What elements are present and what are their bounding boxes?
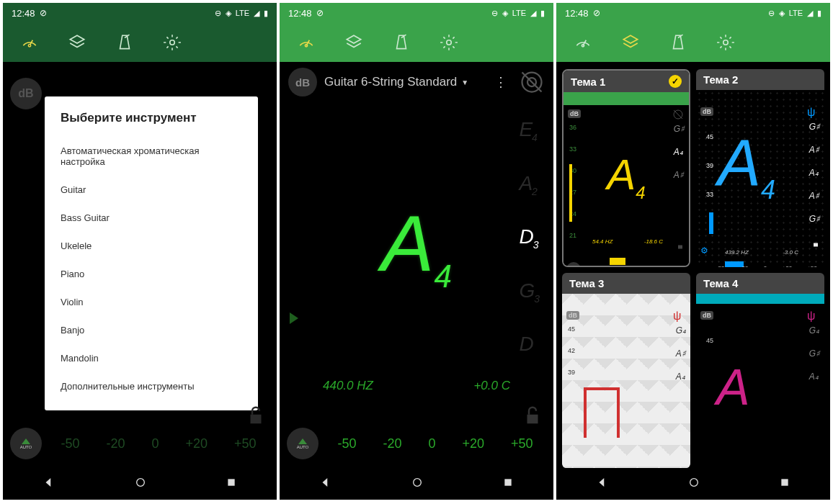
lte-label: LTE xyxy=(236,9,249,17)
scale-tick: +20 xyxy=(185,436,208,451)
recent-button[interactable] xyxy=(779,477,790,491)
minus-icon: ⊖ xyxy=(491,9,498,18)
minus-icon: ⊖ xyxy=(768,9,775,18)
wifi-icon: ◈ xyxy=(226,9,231,18)
status-bar: 12:48 ⊘ ⊖ ◈ LTE ◢ ▮ xyxy=(3,3,277,23)
tab-bar xyxy=(3,23,277,62)
svg-rect-9 xyxy=(504,479,511,485)
svg-point-5 xyxy=(447,40,452,45)
auto-manual-toggle[interactable]: AUTO xyxy=(10,428,42,459)
theme-card-1[interactable]: Тема 1 ✓ dB 36 33 30 27 24 21 A4 G♯ xyxy=(562,69,690,267)
theme-card-4[interactable]: Тема 4 dB ψ 45 A G₄ G♯ A₄ xyxy=(696,273,824,468)
target-icon[interactable] xyxy=(519,69,545,95)
settings-tab-icon[interactable] xyxy=(716,33,735,52)
tuning-select[interactable]: Guitar 6-String Standard xyxy=(324,75,457,89)
strip-note: D xyxy=(519,333,539,358)
status-indicators: ⊖ ◈ LTE ◢ ▮ xyxy=(768,9,821,18)
scale-tick: -50 xyxy=(61,436,79,451)
clock-time: 12:48 xyxy=(565,8,589,19)
layers-tab-icon[interactable] xyxy=(621,33,640,52)
instrument-item-guitar[interactable]: Guitar xyxy=(61,176,242,204)
instrument-item-auto[interactable]: Автоматическая хроматическая настройка xyxy=(61,137,242,176)
mini-note: A xyxy=(716,359,750,416)
home-button[interactable] xyxy=(688,477,700,491)
settings-tab-icon[interactable] xyxy=(163,33,182,52)
instrument-item-violin[interactable]: Violin xyxy=(61,288,242,316)
instrument-item-banjo[interactable]: Banjo xyxy=(61,316,242,344)
instrument-item-mandolin[interactable]: Mandolin xyxy=(61,344,242,372)
svg-point-1 xyxy=(170,40,175,45)
mini-target-icon xyxy=(672,108,685,121)
instrument-item-bass[interactable]: Bass Guitar xyxy=(61,204,242,232)
mini-db-badge: dB xyxy=(700,107,713,116)
mini-db-badge: dB xyxy=(700,311,713,320)
home-button[interactable] xyxy=(135,477,146,491)
battery-icon: ▮ xyxy=(264,9,268,18)
metronome-tab-icon[interactable] xyxy=(669,33,687,52)
tab-bar xyxy=(556,23,830,62)
layers-tab-icon[interactable] xyxy=(68,33,86,52)
mini-level-bar xyxy=(569,164,572,222)
clock-time: 12:48 xyxy=(288,8,312,19)
metronome-tab-icon[interactable] xyxy=(392,33,411,52)
battery-icon: ▮ xyxy=(817,9,821,18)
scale-tick: +50 xyxy=(511,436,533,451)
instrument-item-piano[interactable]: Piano xyxy=(61,260,242,288)
db-badge[interactable]: dB xyxy=(10,78,42,109)
dnd-icon: ⊘ xyxy=(593,8,600,18)
signal-icon: ◢ xyxy=(254,9,259,18)
strip-note: A2 xyxy=(519,172,539,197)
dnd-icon: ⊘ xyxy=(40,8,47,18)
settings-tab-icon[interactable] xyxy=(440,33,458,52)
wifi-icon: ◈ xyxy=(502,9,508,18)
mini-note: A4 xyxy=(607,150,645,203)
svg-rect-3 xyxy=(228,479,234,485)
strip-note: E4 xyxy=(519,118,539,143)
tuner-tab-icon[interactable] xyxy=(20,33,39,52)
tuner-tab-icon[interactable] xyxy=(574,33,592,52)
back-button[interactable] xyxy=(596,476,609,492)
mini-fork-icon: ψ xyxy=(673,310,686,323)
tuner-body: E4 A2 D3 G3 D A4 440.0 HZ +0.0 C xyxy=(280,104,553,468)
back-button[interactable] xyxy=(43,476,55,492)
bottom-scale-row: AUTO -50 -20 0 +20 +50 xyxy=(3,422,277,465)
home-button[interactable] xyxy=(411,477,423,491)
back-button[interactable] xyxy=(319,476,332,492)
theme-title: Тема 2 xyxy=(703,73,738,86)
screen-themes: 12:48 ⊘ ⊖ ◈ LTE ◢ ▮ Тема 1 ✓ dB xyxy=(556,3,830,500)
instrument-item-ukelele[interactable]: Ukelele xyxy=(61,232,242,260)
dialog-title: Выберите инструмент xyxy=(61,111,242,125)
svg-point-13 xyxy=(690,479,698,487)
mini-note xyxy=(584,387,620,438)
tab-bar xyxy=(280,23,553,62)
db-badge[interactable]: dB xyxy=(288,68,317,96)
svg-point-4 xyxy=(305,45,307,47)
theme-title: Тема 3 xyxy=(569,277,604,289)
tuner-tab-icon[interactable] xyxy=(297,33,316,52)
recent-button[interactable] xyxy=(502,477,514,491)
scale-tick: 0 xyxy=(151,436,159,451)
note-strip[interactable]: E4 A2 D3 G3 D xyxy=(519,118,539,358)
layers-tab-icon[interactable] xyxy=(344,33,363,52)
dropdown-caret-icon[interactable]: ▼ xyxy=(461,78,468,86)
recent-button[interactable] xyxy=(226,477,237,491)
mini-db-badge: dB xyxy=(566,311,579,320)
battery-icon: ▮ xyxy=(540,9,545,18)
theme-card-2[interactable]: Тема 2 dB ψ 45 39 33 A4 G♯ A♯ A₄ A♯ G♯ xyxy=(696,69,824,267)
screen-tuner-main: 12:48 ⊘ ⊖ ◈ LTE ◢ ▮ dB Guitar 6-String S… xyxy=(280,3,553,500)
mini-fork-icon: ψ xyxy=(807,310,820,323)
instrument-item-more[interactable]: Дополнительные инструменты xyxy=(61,372,242,400)
auto-manual-toggle[interactable]: AUTO xyxy=(287,428,318,459)
signal-icon: ◢ xyxy=(530,9,536,18)
metronome-tab-icon[interactable] xyxy=(115,33,134,52)
more-menu-icon[interactable]: ⋮ xyxy=(494,74,507,90)
mini-lock-icon xyxy=(676,240,685,251)
dnd-icon: ⊘ xyxy=(316,8,324,18)
status-indicators: ⊖ ◈ LTE ◢ ▮ xyxy=(215,9,268,18)
theme-card-3[interactable]: Тема 3 dB ψ 45 42 39 G₄ A♯ A₄ xyxy=(562,273,690,468)
android-nav-bar xyxy=(280,468,553,500)
svg-point-11 xyxy=(723,40,729,45)
detected-note: A4 xyxy=(381,197,452,294)
scale-tick: +50 xyxy=(234,436,257,451)
instrument-dialog: Выберите инструмент Автоматическая хрома… xyxy=(45,96,258,410)
